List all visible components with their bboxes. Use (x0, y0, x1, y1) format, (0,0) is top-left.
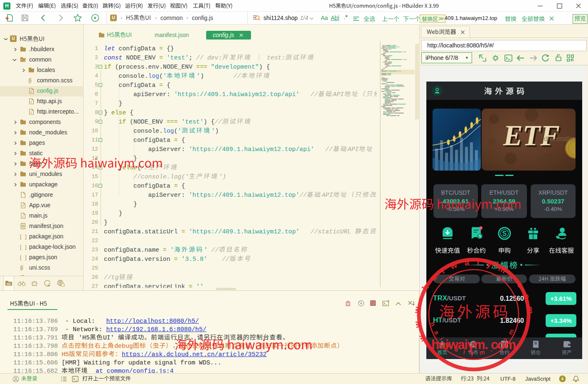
svg-text:S: S (502, 230, 507, 237)
svg-text:J: J (22, 215, 24, 218)
svg-text:J: J (30, 90, 32, 94)
svg-text:dreamstime: dreamstime (544, 135, 576, 142)
svg-text:V: V (22, 204, 25, 208)
svg-text:J: J (30, 100, 32, 104)
svg-text:J: J (30, 111, 32, 114)
svg-text:haiwaiym. com: haiwaiym. com (431, 337, 516, 352)
